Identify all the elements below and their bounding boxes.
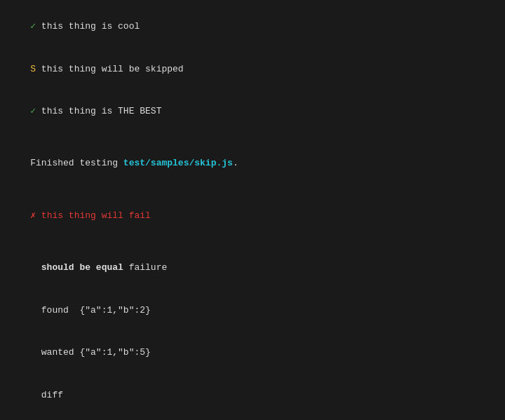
line-skip-1: S this thing will be skipped — [8, 48, 497, 90]
checkmark-icon: ✓ — [30, 21, 36, 32]
line-diff-label: diff — [8, 374, 497, 416]
blank-2 — [8, 185, 497, 195]
skip-icon: S — [30, 64, 36, 74]
line-pass-1: ✓ this thing is cool — [8, 6, 497, 48]
terminal-output: ✓ this thing is cool S this thing will b… — [8, 6, 497, 420]
fail-icon: ✗ — [30, 210, 36, 221]
line-should-be-equal: should be equal failure — [8, 247, 497, 289]
line-pass-2: ✓ this thing is THE BEST — [8, 90, 497, 133]
line-found: found {"a":1,"b":2} — [8, 290, 497, 332]
line-fail-1: ✗ this thing will fail — [8, 195, 497, 237]
blank-3 — [8, 237, 497, 247]
line-finished-1: Finished testing test/samples/skip.js. — [8, 142, 497, 184]
checkmark-icon-2: ✓ — [30, 106, 36, 116]
line-wanted: wanted {"a":1,"b":5} — [8, 332, 497, 374]
blank-1 — [8, 133, 497, 142]
line-diff-open: { — [8, 416, 497, 420]
